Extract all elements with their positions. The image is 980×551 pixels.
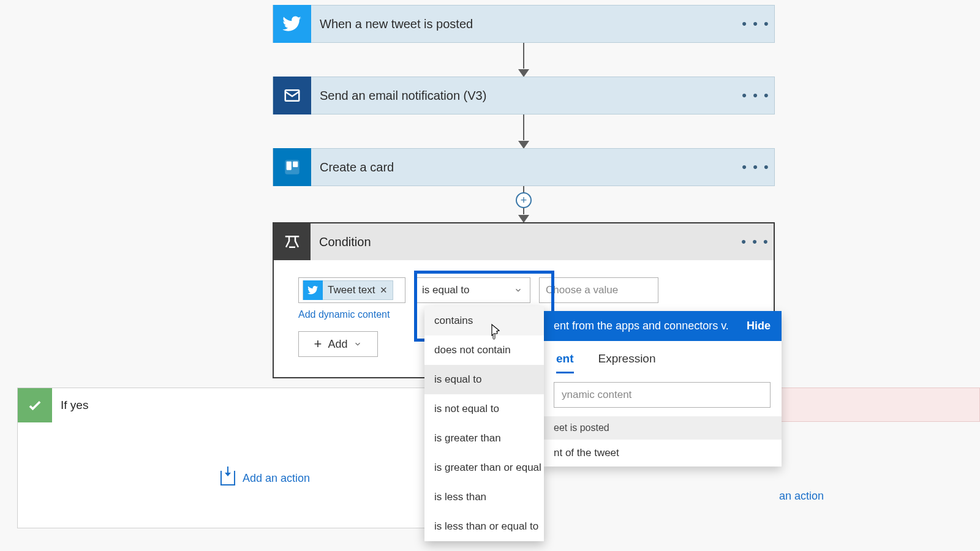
operator-option[interactable]: contains [424,306,544,335]
chevron-down-icon [353,340,362,348]
tab-expression[interactable]: Expression [598,352,656,373]
operator-option[interactable]: is less than [424,482,544,512]
step-title: When a new tweet is posted [311,17,737,31]
trello-icon [273,148,311,186]
flyout-section-header: eet is posted [543,416,782,440]
operator-value: is equal to [422,284,470,296]
chevron-down-icon [514,286,522,294]
dynamic-content-item[interactable]: nt of the tweet [543,440,782,467]
action-step-email[interactable]: Send an email notification (V3) • • • [273,77,775,114]
hide-flyout-button[interactable]: Hide [747,320,771,332]
condition-left-operand[interactable]: Tweet text ✕ [298,277,405,303]
step-title: Create a card [311,160,737,174]
action-step-trello[interactable]: Create a card • • • [273,148,775,186]
trigger-step[interactable]: When a new tweet is posted • • • [273,5,775,43]
operator-dropdown: contains does not contain is equal to is… [424,306,544,541]
step-title: Send an email notification (V3) [311,89,737,103]
remove-token-icon[interactable]: ✕ [380,285,388,296]
operator-select[interactable]: is equal to [414,277,530,303]
more-icon[interactable]: • • • [737,234,774,250]
more-icon[interactable]: • • • [737,88,774,103]
operator-option[interactable]: is greater than or equal to [424,453,544,482]
add-condition-button[interactable]: + Add [298,331,378,357]
add-step-button[interactable]: + [516,192,532,208]
add-action-button-no[interactable]: an action [779,490,824,503]
token-label: Tweet text [328,284,375,296]
operator-option[interactable]: is equal to [424,365,544,394]
condition-value-input[interactable]: Choose a value [539,277,658,303]
mail-icon [273,77,311,114]
add-action-icon [221,471,235,485]
svg-rect-3 [293,162,298,167]
twitter-icon [273,5,311,43]
twitter-icon [303,280,323,300]
operator-option[interactable]: does not contain [424,335,544,365]
operator-option[interactable]: is not equal to [424,394,544,424]
tab-dynamic-content[interactable]: ent [556,352,574,373]
branch-label: If yes [52,399,88,412]
search-dynamic-content-input[interactable]: ynamic content [554,382,771,408]
plus-icon: + [314,336,322,352]
operator-option[interactable]: is greater than [424,424,544,453]
more-icon[interactable]: • • • [737,16,774,32]
flyout-header-text: ent from the apps and connectors v. [554,320,729,332]
add-action-button[interactable]: Add an action [221,471,310,485]
svg-rect-2 [287,162,292,170]
dynamic-token[interactable]: Tweet text ✕ [303,280,393,300]
more-icon[interactable]: • • • [737,159,774,175]
operator-option[interactable]: is less than or equal to [424,512,544,541]
condition-header[interactable]: Condition • • • [274,223,774,260]
check-icon [18,388,52,422]
dynamic-content-flyout: ent from the apps and connectors v. Hide… [543,311,782,467]
condition-title: Condition [311,235,737,249]
condition-icon [274,223,311,260]
